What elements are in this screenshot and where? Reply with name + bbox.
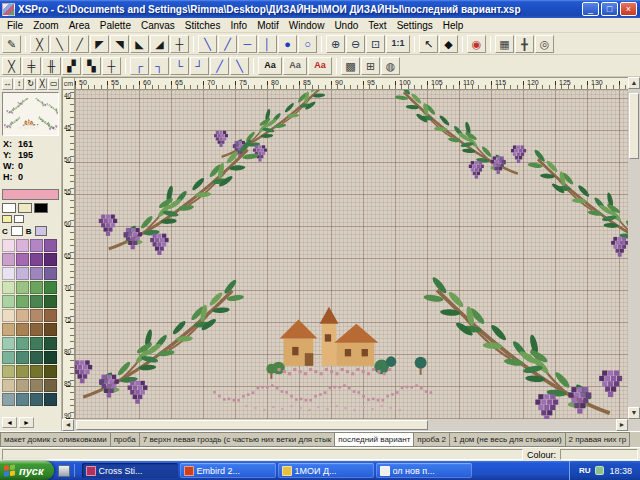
french-knot-tool[interactable]: ● bbox=[278, 35, 297, 53]
sheet-tab-2[interactable]: проба bbox=[111, 432, 140, 447]
palette-quick-swatch[interactable] bbox=[18, 203, 32, 213]
stitch-variant-cross-tool[interactable]: ╳ bbox=[2, 57, 21, 75]
quick-launch-icon[interactable] bbox=[58, 465, 70, 477]
quarter-stitch-bl-tool[interactable]: ◣ bbox=[130, 35, 149, 53]
sheet-tab-6[interactable]: 1 дом (не весь для стыковки) bbox=[450, 432, 566, 447]
start-button[interactable]: пуск bbox=[0, 461, 54, 480]
backstitch-corner-bl-tool[interactable]: └ bbox=[170, 57, 189, 75]
language-indicator[interactable]: RU bbox=[579, 466, 591, 475]
menu-window[interactable]: Window bbox=[284, 20, 330, 31]
info-tool[interactable]: ◍ bbox=[381, 57, 400, 75]
palette-swatch[interactable] bbox=[2, 379, 15, 392]
palette-swatch[interactable] bbox=[30, 365, 43, 378]
text-tool-small[interactable]: Aa bbox=[283, 57, 307, 75]
taskbar-button-1[interactable]: Cross Sti... bbox=[82, 463, 178, 478]
menu-motif[interactable]: Motif bbox=[252, 20, 284, 31]
palette-swatch[interactable] bbox=[2, 281, 15, 294]
palette-swatch[interactable] bbox=[44, 239, 57, 252]
palette-swatch[interactable] bbox=[30, 379, 43, 392]
palette-swatch[interactable] bbox=[16, 323, 29, 336]
palette-scroll-left-icon[interactable]: ◄ bbox=[2, 417, 17, 428]
backstitch-diag2-tool[interactable]: ╲ bbox=[230, 57, 249, 75]
quarter-stitch-br-tool[interactable]: ◢ bbox=[150, 35, 169, 53]
colour-wheel-tool[interactable]: ◉ bbox=[467, 35, 486, 53]
palette-quick-swatch[interactable] bbox=[2, 203, 16, 213]
palette-swatch[interactable] bbox=[16, 253, 29, 266]
stitch-variant-double-tool[interactable]: ╫ bbox=[42, 57, 61, 75]
menu-file[interactable]: File bbox=[2, 20, 28, 31]
sheet-tab-5[interactable]: проба 2 bbox=[414, 432, 450, 447]
palette-swatch[interactable] bbox=[2, 351, 15, 364]
menu-info[interactable]: Info bbox=[225, 20, 252, 31]
palette-quick-swatch[interactable] bbox=[34, 203, 48, 213]
zoom-in-tool[interactable]: ⊕ bbox=[326, 35, 345, 53]
palette-swatch[interactable] bbox=[44, 351, 57, 364]
backstitch-back-tool[interactable]: ╲ bbox=[198, 35, 217, 53]
palette-swatch[interactable] bbox=[16, 239, 29, 252]
half-stitch-forward-tool[interactable]: ╱ bbox=[70, 35, 89, 53]
palette-swatch[interactable] bbox=[16, 281, 29, 294]
sheet-tab-7[interactable]: 2 правая них гр bbox=[566, 432, 631, 447]
scroll-up-icon[interactable]: ▲ bbox=[628, 77, 640, 89]
rotate-tool[interactable]: ↻ bbox=[25, 78, 36, 90]
center-view-tool[interactable]: ╋ bbox=[515, 35, 534, 53]
palette-swatch[interactable] bbox=[16, 379, 29, 392]
stitch-variant-plus-tool[interactable]: ┼ bbox=[102, 57, 121, 75]
delete-selection-tool[interactable]: ╳ bbox=[37, 78, 48, 90]
palette-swatch[interactable] bbox=[2, 323, 15, 336]
maximize-button[interactable]: □ bbox=[601, 2, 618, 16]
palette-swatch[interactable] bbox=[2, 393, 15, 406]
backstitch-horizontal-tool[interactable]: ─ bbox=[238, 35, 257, 53]
palette-swatch[interactable] bbox=[44, 295, 57, 308]
close-button[interactable]: × bbox=[620, 2, 637, 16]
fill-tool[interactable]: ◆ bbox=[439, 35, 458, 53]
palette-swatch[interactable] bbox=[30, 253, 43, 266]
backstitch-corner-tl-tool[interactable]: ┌ bbox=[130, 57, 149, 75]
stitch-variant-rice-tool[interactable]: ▞ bbox=[62, 57, 81, 75]
sheet-tab-1[interactable]: макет домик с оливковками bbox=[0, 432, 111, 447]
palette-swatch[interactable] bbox=[16, 295, 29, 308]
backstitch-diag-tool[interactable]: ╱ bbox=[210, 57, 229, 75]
scroll-left-icon[interactable]: ◄ bbox=[62, 419, 74, 431]
palette-swatch[interactable] bbox=[16, 267, 29, 280]
palette-swatch[interactable] bbox=[44, 267, 57, 280]
palette-swatch[interactable] bbox=[30, 323, 43, 336]
backstitch-vertical-tool[interactable]: │ bbox=[258, 35, 277, 53]
selected-color-swatch[interactable] bbox=[2, 189, 59, 200]
flip-vertical-tool[interactable]: ↕ bbox=[14, 78, 25, 90]
stitch-variant-upright-tool[interactable]: ╪ bbox=[22, 57, 41, 75]
design-canvas[interactable] bbox=[75, 90, 628, 419]
vertical-scroll-track[interactable] bbox=[628, 89, 640, 407]
full-cross-stitch-tool[interactable]: ╳ bbox=[30, 35, 49, 53]
tray-app-icon[interactable] bbox=[595, 466, 604, 475]
petite-stitch-tool[interactable]: ┼ bbox=[170, 35, 189, 53]
palette-swatch[interactable] bbox=[44, 379, 57, 392]
sheet-tab-4[interactable]: последний вариант bbox=[335, 432, 414, 447]
palette-scroll-right-icon[interactable]: ► bbox=[19, 417, 34, 428]
text-tool-red[interactable]: Aa bbox=[308, 57, 332, 75]
palette-swatch[interactable] bbox=[2, 253, 15, 266]
blend-swatch-c[interactable] bbox=[11, 226, 23, 236]
bead-tool[interactable]: ○ bbox=[298, 35, 317, 53]
palette-swatch[interactable] bbox=[30, 393, 43, 406]
palette-swatch[interactable] bbox=[30, 351, 43, 364]
palette-swatch[interactable] bbox=[16, 309, 29, 322]
flip-horizontal-tool[interactable]: ↔ bbox=[2, 78, 13, 90]
clock[interactable]: 18:38 bbox=[609, 466, 632, 476]
menu-zoom[interactable]: Zoom bbox=[28, 20, 64, 31]
scroll-down-icon[interactable]: ▼ bbox=[628, 407, 640, 419]
palette-swatch[interactable] bbox=[16, 337, 29, 350]
select-arrow-tool[interactable]: ↖ bbox=[419, 35, 438, 53]
pattern-library-tool[interactable]: ▩ bbox=[341, 57, 360, 75]
palette-swatch[interactable] bbox=[44, 309, 57, 322]
palette-swatch[interactable] bbox=[44, 253, 57, 266]
menu-help[interactable]: Help bbox=[438, 20, 469, 31]
backstitch-forward-tool[interactable]: ╱ bbox=[218, 35, 237, 53]
taskbar-button-3[interactable]: 1МОИ Д... bbox=[278, 463, 374, 478]
grid-toggle-tool[interactable]: ▦ bbox=[495, 35, 514, 53]
palette-swatch[interactable] bbox=[30, 337, 43, 350]
taskbar-button-4[interactable]: ол нов п... bbox=[376, 463, 472, 478]
minimize-button[interactable]: _ bbox=[582, 2, 599, 16]
palette-swatch[interactable] bbox=[44, 323, 57, 336]
vertical-scroll-thumb[interactable] bbox=[629, 93, 639, 159]
